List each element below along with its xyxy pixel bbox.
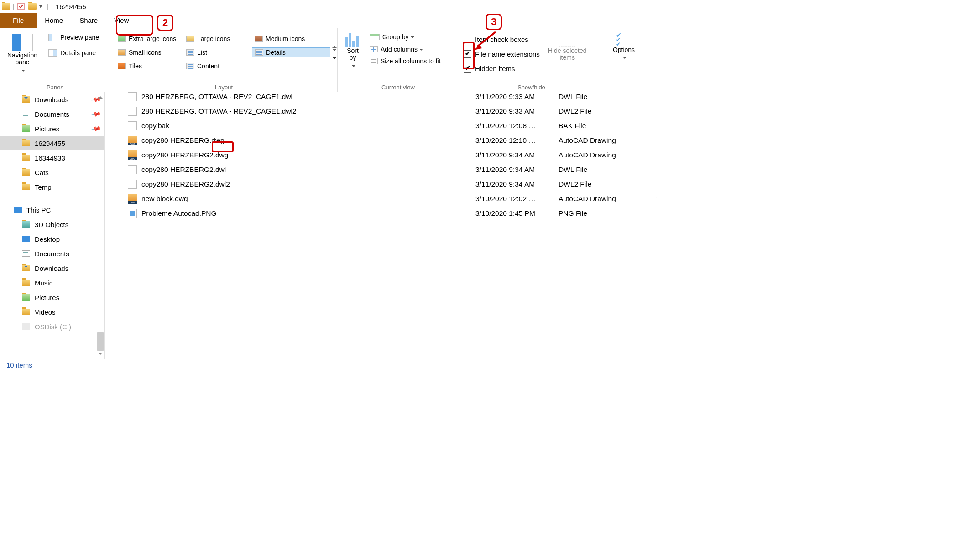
desktop-icon (22, 236, 30, 242)
documents-icon (22, 250, 30, 257)
chevron-down-icon (418, 45, 423, 53)
arrow-down-icon (332, 49, 337, 53)
nav-downloads[interactable]: Downloads📌 (0, 92, 104, 107)
layout-tiles[interactable]: Tiles (115, 62, 183, 71)
3d-objects-icon (22, 221, 30, 228)
file-name: 280 HERZBERG, OTTAWA - REV2_CAGE1.dwl2 (141, 107, 297, 115)
medium-icon (255, 36, 263, 42)
nav-3d-objects[interactable]: 3D Objects (0, 217, 104, 232)
file-row[interactable]: Probleme Autocad.PNG3/10/2020 1:45 PMPNG… (105, 206, 657, 221)
file-name: copy280 HERZBERG2.dwl2 (141, 180, 230, 188)
file-name: new block.dwg (141, 195, 188, 203)
file-type-icon (128, 107, 137, 116)
group-by-button[interactable]: Group by (370, 33, 441, 41)
downloads-icon (22, 265, 30, 271)
layout-list[interactable]: List (183, 48, 252, 57)
options-label: Options (613, 47, 635, 53)
qat-dropdown-icon[interactable]: ▾ (39, 3, 42, 10)
file-list[interactable]: 280 HERZBERG, OTTAWA - REV2_CAGE1.dwl3/1… (105, 92, 657, 359)
main-area: Downloads📌 Documents📌 Pictures📌 16294455… (0, 92, 657, 359)
file-type: DWL File (559, 166, 587, 174)
nav-scrollbar[interactable] (96, 92, 104, 359)
file-row[interactable]: copy.bak3/10/2020 12:08 …BAK File517 KB (105, 119, 657, 133)
layout-details[interactable]: Details (252, 47, 330, 57)
nav-folder-16344933[interactable]: 16344933 (0, 150, 104, 165)
nav-downloads2[interactable]: Downloads (0, 261, 104, 275)
preview-pane-button[interactable]: Preview pane (48, 34, 99, 41)
file-row[interactable]: new block.dwg3/10/2020 12:02 …AutoCAD Dr… (105, 192, 657, 206)
file-row[interactable]: 280 HERZBERG, OTTAWA - REV2_CAGE1.dwl23/… (105, 104, 657, 119)
options-button[interactable]: Options (609, 33, 639, 62)
file-row[interactable]: copy280 HERZBERG2.dwl23/11/2020 9:34 AMD… (105, 177, 657, 192)
file-row[interactable]: copy280 HERZBERG.dwg3/10/2020 12:10 …Aut… (105, 133, 657, 148)
size-all-columns-button[interactable]: Size all columns to fit (370, 57, 441, 65)
group-options: Options (604, 28, 643, 92)
layout-medium-icons[interactable]: Medium icons (252, 34, 330, 43)
file-row[interactable]: copy280 HERZBERG2.dwl3/11/2020 9:34 AMDW… (105, 162, 657, 177)
annotation-number-2: 2 (157, 15, 173, 31)
file-row[interactable]: copy280 HERZBERG2.dwg3/11/2020 9:34 AMAu… (105, 148, 657, 162)
folder-icon[interactable] (28, 3, 37, 10)
nav-documents2[interactable]: Documents (0, 246, 104, 261)
nav-folder-16294455[interactable]: 16294455 (0, 136, 104, 150)
add-columns-button[interactable]: Add columns (370, 45, 441, 53)
nav-osdisk[interactable]: OSDisk (C:) (0, 319, 104, 334)
folder-icon (22, 140, 30, 146)
navigation-pane-button[interactable]: Navigation pane (5, 34, 40, 74)
nav-pictures2[interactable]: Pictures (0, 290, 104, 305)
properties-icon[interactable] (17, 3, 25, 10)
tab-file[interactable]: File (0, 13, 37, 28)
nav-folder-cats[interactable]: Cats (0, 165, 104, 180)
tab-share[interactable]: Share (71, 13, 106, 28)
content-icon (186, 63, 194, 69)
nav-music[interactable]: Music (0, 275, 104, 290)
file-row[interactable]: 280 HERZBERG, OTTAWA - REV2_CAGE1.dwl3/1… (105, 89, 657, 104)
layout-extra-large-icons[interactable]: Extra large icons (115, 34, 183, 43)
nav-this-pc[interactable]: This PC (0, 202, 104, 217)
file-size: 432 KB (643, 136, 657, 145)
arrow-up-icon (98, 94, 103, 99)
file-size: 11,467 KB (643, 195, 657, 203)
nav-videos[interactable]: Videos (0, 305, 104, 319)
scrollbar-thumb[interactable] (97, 332, 104, 351)
layout-large-icons[interactable]: Large icons (183, 34, 252, 43)
nav-folder-temp[interactable]: Temp (0, 180, 104, 194)
file-size: 1 KB (643, 180, 657, 188)
file-name: Probleme Autocad.PNG (141, 209, 217, 218)
folder-icon (22, 184, 30, 190)
tab-home[interactable]: Home (37, 13, 71, 28)
details-icon (255, 49, 263, 56)
chevron-down-icon (20, 67, 25, 74)
pictures-icon (22, 294, 30, 301)
file-date: 3/11/2020 9:34 AM (475, 180, 535, 188)
tab-view[interactable]: View (106, 13, 137, 28)
extra-large-icon (118, 36, 126, 42)
layout-small-icons[interactable]: Small icons (115, 48, 183, 57)
status-bar: 10 items (0, 359, 657, 371)
hidden-items-toggle[interactable]: Hidden items (464, 61, 540, 76)
navigation-pane-label: Navigation pane (7, 52, 37, 66)
checkbox-checked-icon (464, 65, 471, 73)
hide-selected-items-button[interactable]: Hide selected items (545, 33, 590, 62)
nav-desktop[interactable]: Desktop (0, 232, 104, 246)
file-type: BAK File (559, 122, 586, 130)
small-icon (118, 49, 126, 56)
sort-by-button[interactable]: Sort by (342, 33, 363, 69)
file-type-icon (128, 209, 137, 218)
folder-icon (2, 3, 10, 10)
nav-pictures[interactable]: Pictures📌 (0, 121, 104, 136)
chevron-down-icon (350, 62, 355, 69)
folder-icon (22, 169, 30, 176)
navigation-pane: Downloads📌 Documents📌 Pictures📌 16294455… (0, 92, 105, 359)
layout-content[interactable]: Content (183, 62, 252, 71)
annotation-dwg-highlight (212, 141, 234, 152)
file-date: 3/10/2020 12:02 … (475, 195, 536, 203)
navigation-pane-icon (12, 34, 33, 51)
large-icon (186, 36, 194, 42)
sort-icon (345, 33, 360, 47)
group-title-panes: Panes (0, 84, 110, 91)
nav-documents[interactable]: Documents📌 (0, 107, 104, 121)
explorer-window: | ▾ | 16294455 File Home Share View Navi… (0, 0, 657, 371)
file-type-icon (128, 180, 137, 189)
details-pane-button[interactable]: Details pane (48, 49, 99, 57)
